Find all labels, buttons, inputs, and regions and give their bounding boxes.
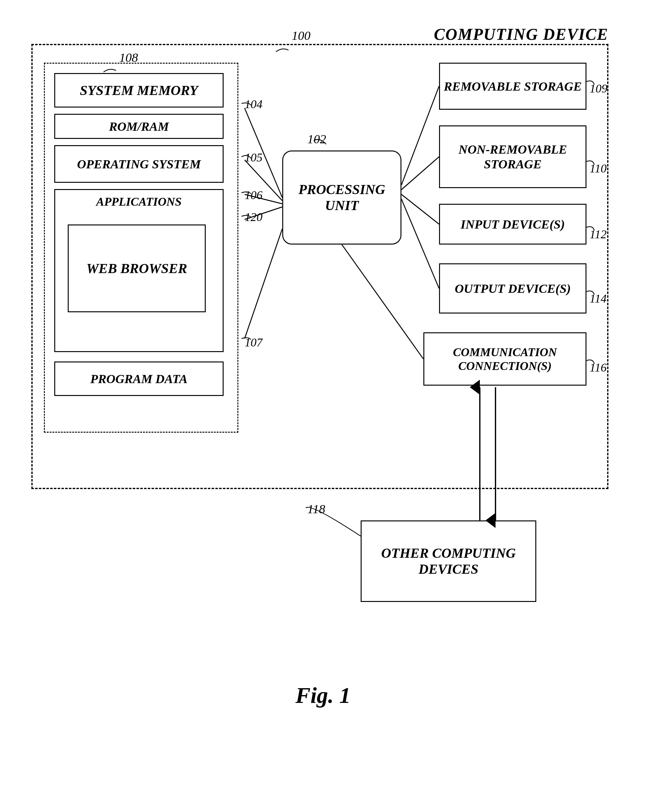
ref-109: 109 xyxy=(589,81,608,95)
ref-106: 106 xyxy=(244,188,263,202)
ref-110: 110 xyxy=(589,162,606,175)
system-memory-box: SYSTEM MEMORY xyxy=(54,73,224,108)
non-removable-storage-box: NON-REMOVABLE STORAGE xyxy=(439,125,586,188)
computing-device-label: COMPUTING DEVICE xyxy=(434,25,608,44)
input-device-box: INPUT DEVICE(S) xyxy=(439,204,586,244)
rom-ram-box: ROM/RAM xyxy=(54,114,224,139)
ref-105: 105 xyxy=(244,151,263,164)
ref-114: 114 xyxy=(589,292,606,305)
figure-caption: Fig. 1 xyxy=(295,682,351,708)
applications-label: APPLICATIONS xyxy=(55,195,223,209)
system-memory-outer-box: SYSTEM MEMORY ROM/RAM OPERATING SYSTEM A… xyxy=(44,63,238,433)
other-computing-devices-box: OTHER COMPUTING DEVICES xyxy=(361,520,536,602)
communication-connections-box: COMMUNICATION CONNECTION(S) xyxy=(423,332,586,386)
program-data-box: PROGRAM DATA xyxy=(54,362,224,396)
processing-unit-box: PROCESSING UNIT xyxy=(282,151,402,244)
ref-112: 112 xyxy=(589,227,606,241)
ref-102: 102 xyxy=(307,132,326,147)
ref-116: 116 xyxy=(589,360,606,374)
removable-storage-box: REMOVABLE STORAGE xyxy=(439,63,586,110)
operating-system-box: OPERATING SYSTEM xyxy=(54,145,224,183)
output-device-box: OUTPUT DEVICE(S) xyxy=(439,263,586,313)
ref-107: 107 xyxy=(244,336,263,349)
ref-118: 118 xyxy=(307,502,325,516)
ref-100: 100 xyxy=(292,28,310,43)
web-browser-box: WEB BROWSER xyxy=(68,224,206,312)
ref-120: 120 xyxy=(244,210,263,224)
ref-104: 104 xyxy=(244,97,263,111)
applications-outer-box: APPLICATIONS WEB BROWSER xyxy=(54,189,224,352)
